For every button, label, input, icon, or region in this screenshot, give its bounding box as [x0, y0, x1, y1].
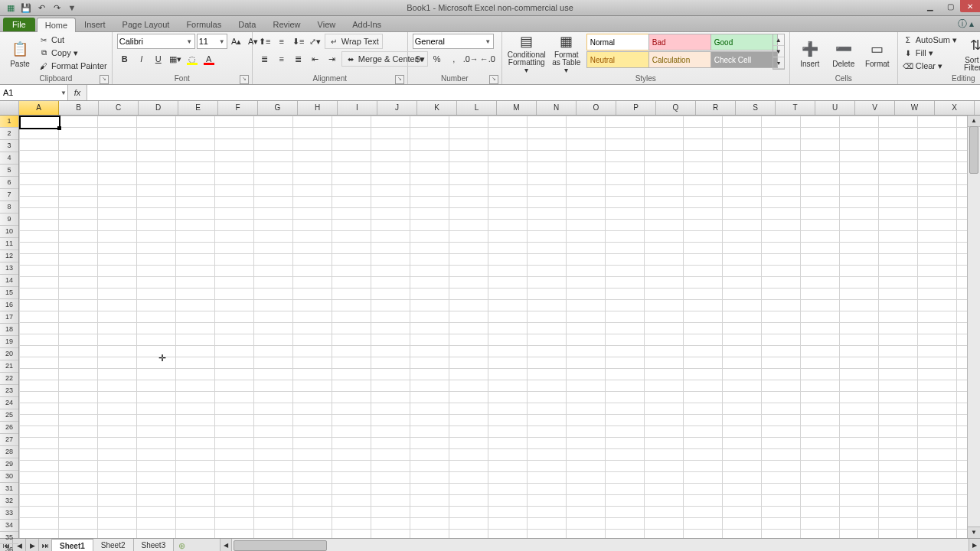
sheet-nav-next[interactable]: ▶	[26, 539, 39, 551]
tab-addins[interactable]: Add-Ins	[344, 17, 390, 31]
column-header-P[interactable]: P	[616, 101, 656, 115]
sheet-tab-sheet2[interactable]: Sheet2	[93, 539, 134, 551]
row-header-12[interactable]: 12	[0, 250, 18, 262]
undo-icon[interactable]: ↶	[35, 2, 47, 14]
row-header-28[interactable]: 28	[0, 446, 18, 458]
gallery-down-button[interactable]: ▼	[773, 46, 784, 57]
row-header-34[interactable]: 34	[0, 520, 18, 532]
column-header-Q[interactable]: Q	[656, 101, 696, 115]
maximize-button[interactable]: ▢	[940, 0, 960, 12]
column-header-C[interactable]: C	[99, 101, 139, 115]
row-header-30[interactable]: 30	[0, 471, 18, 483]
column-header-S[interactable]: S	[736, 101, 776, 115]
column-header-L[interactable]: L	[457, 101, 497, 115]
new-sheet-button[interactable]: ⊕	[174, 539, 189, 551]
column-header-T[interactable]: T	[776, 101, 815, 115]
tab-home[interactable]: Home	[37, 18, 76, 32]
vertical-scrollbar[interactable]: ▲ ▼	[967, 116, 980, 538]
style-check-cell[interactable]: Check Cell	[710, 51, 778, 68]
horizontal-scrollbar[interactable]: ◀ ▶	[220, 539, 980, 551]
row-header-2[interactable]: 2	[0, 128, 18, 140]
conditional-formatting-button[interactable]: ▤ Conditional Formatting ▾	[507, 34, 547, 73]
row-header-27[interactable]: 27	[0, 434, 18, 446]
style-calculation[interactable]: Calculation	[648, 51, 716, 68]
help-icon[interactable]: ⓘ ▴	[958, 18, 974, 31]
row-header-18[interactable]: 18	[0, 324, 18, 336]
row-header-23[interactable]: 23	[0, 385, 18, 397]
comma-format-button[interactable]: ,	[446, 51, 462, 67]
column-header-J[interactable]: J	[377, 101, 417, 115]
save-icon[interactable]: 💾	[20, 2, 32, 14]
style-good[interactable]: Good	[710, 34, 778, 51]
fill-color-button[interactable]: ◌	[185, 51, 200, 67]
style-normal[interactable]: Normal	[586, 34, 654, 51]
column-header-A[interactable]: A	[19, 101, 59, 115]
font-dialog-launcher[interactable]: ↘	[240, 75, 249, 84]
align-left-button[interactable]: ≣	[257, 51, 273, 67]
column-header-M[interactable]: M	[497, 101, 537, 115]
align-center-button[interactable]: ≡	[274, 51, 289, 67]
column-header-R[interactable]: R	[696, 101, 736, 115]
font-color-button[interactable]: A	[201, 51, 217, 67]
row-header-11[interactable]: 11	[0, 238, 18, 250]
orientation-button[interactable]: ⤢▾	[308, 34, 323, 49]
gallery-more-button[interactable]: ▾	[773, 57, 784, 69]
chevron-down-icon[interactable]: ▼	[60, 90, 67, 96]
row-header-16[interactable]: 16	[0, 299, 18, 311]
column-header-O[interactable]: O	[577, 101, 616, 115]
column-header-W[interactable]: W	[895, 101, 935, 115]
align-middle-button[interactable]: ≡	[274, 34, 289, 49]
style-neutral[interactable]: Neutral	[586, 51, 654, 68]
column-header-B[interactable]: B	[59, 101, 99, 115]
row-header-29[interactable]: 29	[0, 458, 18, 471]
minimize-button[interactable]: ▁	[920, 0, 940, 12]
decrease-decimal-button[interactable]: ←.0	[480, 51, 495, 67]
cell-styles-gallery[interactable]: NormalBadGoodNeutralCalculationCheck Cel…	[586, 34, 772, 70]
row-header-26[interactable]: 26	[0, 422, 18, 434]
column-header-I[interactable]: I	[338, 101, 377, 115]
row-header-22[interactable]: 22	[0, 373, 18, 385]
row-header-3[interactable]: 3	[0, 140, 18, 152]
grow-font-button[interactable]: A▴	[229, 34, 244, 49]
scroll-down-button[interactable]: ▼	[968, 527, 980, 538]
cut-button[interactable]: ✂Cut	[38, 34, 107, 46]
number-dialog-launcher[interactable]: ↘	[489, 75, 498, 84]
wrap-text-button[interactable]: ↵Wrap Text	[325, 34, 383, 49]
font-size-combo[interactable]: ▼	[197, 34, 227, 49]
row-header-7[interactable]: 7	[0, 189, 18, 201]
column-header-D[interactable]: D	[139, 101, 178, 115]
row-header-8[interactable]: 8	[0, 201, 18, 214]
row-header-13[interactable]: 13	[0, 262, 18, 275]
tab-data[interactable]: Data	[230, 17, 264, 31]
underline-button[interactable]: U	[151, 51, 166, 67]
fill-button[interactable]: ⬇Fill ▾	[903, 47, 957, 59]
tab-page-layout[interactable]: Page Layout	[114, 17, 178, 31]
fx-button[interactable]: fx	[70, 85, 85, 100]
row-header-35[interactable]: 35	[0, 532, 18, 544]
autosum-button[interactable]: ΣAutoSum ▾	[903, 34, 957, 46]
cell-grid[interactable]: ✛	[19, 116, 967, 538]
clipboard-dialog-launcher[interactable]: ↘	[100, 75, 109, 84]
formula-bar[interactable]	[87, 85, 980, 100]
row-header-14[interactable]: 14	[0, 275, 18, 287]
row-header-20[interactable]: 20	[0, 348, 18, 360]
format-painter-button[interactable]: 🖌Format Painter	[38, 60, 107, 72]
redo-icon[interactable]: ↷	[51, 2, 63, 14]
align-top-button[interactable]: ⬆≡	[257, 34, 273, 49]
row-header-33[interactable]: 33	[0, 507, 18, 520]
hscroll-thumb[interactable]	[234, 540, 327, 551]
row-header-21[interactable]: 21	[0, 360, 18, 373]
copy-button[interactable]: ⧉Copy ▾	[38, 47, 107, 59]
column-header-V[interactable]: V	[855, 101, 895, 115]
format-as-table-button[interactable]: ▦ Format as Table ▾	[550, 34, 583, 73]
row-header-32[interactable]: 32	[0, 495, 18, 507]
column-header-F[interactable]: F	[218, 101, 258, 115]
row-header-25[interactable]: 25	[0, 409, 18, 422]
italic-button[interactable]: I	[134, 51, 149, 67]
sheet-nav-last[interactable]: ⏭	[39, 539, 52, 551]
align-right-button[interactable]: ≣	[291, 51, 306, 67]
tab-review[interactable]: Review	[264, 17, 309, 31]
column-header-G[interactable]: G	[258, 101, 298, 115]
gallery-up-button[interactable]: ▲	[773, 34, 784, 46]
select-all-corner[interactable]	[0, 101, 19, 115]
